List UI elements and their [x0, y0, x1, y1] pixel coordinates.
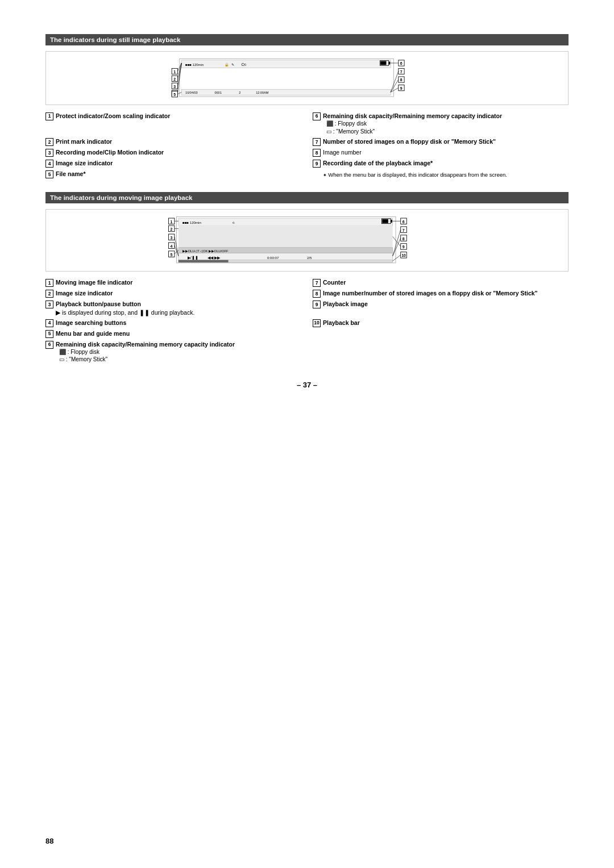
svg-rect-55 — [179, 260, 229, 262]
moving-image-section: The indicators during moving image playb… — [45, 192, 569, 364]
svg-rect-25 — [181, 89, 391, 95]
still-annotation-1: 1 Protect indicator/Zoom scaling indicat… — [45, 112, 301, 135]
svg-text:8: 8 — [403, 237, 405, 241]
moving-annotation-1: 1 Moving image file indicator — [45, 278, 301, 287]
still-footnote: When the menu bar is displayed, this ind… — [323, 171, 569, 178]
moving-diagram: ■■■ 120min ⎋ ▶/❚❚ ◀◀ ▶▶ 0:00:07 2/5 — [45, 209, 569, 272]
svg-text:8: 8 — [400, 78, 403, 82]
moving-annotation-5: 5 Menu bar and guide menu — [45, 329, 301, 338]
moving-annotation-9: 9 Playback image — [313, 300, 569, 316]
page-number-bottom: – 37 – — [45, 381, 569, 389]
svg-text:12:00AM: 12:00AM — [256, 91, 269, 94]
still-annotation-5: 5 File name* — [45, 170, 301, 178]
svg-text:◀◀  ▶▶: ◀◀ ▶▶ — [208, 256, 221, 260]
moving-diagram-svg: ■■■ 120min ⎋ ▶/❚❚ ◀◀ ▶▶ 0:00:07 2/5 — [51, 214, 563, 266]
svg-text:7: 7 — [400, 70, 403, 74]
svg-text:▶/❚❚: ▶/❚❚ — [188, 256, 198, 260]
svg-rect-1 — [181, 60, 391, 68]
still-annotation-3: 3 Recording mode/Clip Motion indicator — [45, 148, 301, 157]
moving-annotation-7: 7 Counter — [313, 278, 569, 287]
svg-text:5: 5 — [170, 253, 172, 257]
still-image-section: The indicators during still image playba… — [45, 34, 569, 178]
svg-text:6: 6 — [400, 61, 403, 65]
svg-text:9: 9 — [400, 86, 403, 90]
moving-annotation-6-placeholder — [313, 329, 569, 338]
moving-annotation-2: 2 Image size indicator — [45, 289, 301, 298]
svg-text:▶▶DLU◁T  ◁OK  ▶▶DLU/OFF: ▶▶DLU◁T ◁OK ▶▶DLU/OFF — [182, 249, 229, 253]
svg-text:■■■ 120min: ■■■ 120min — [182, 220, 201, 224]
still-annotation-7: 7 Number of stored images on a floppy di… — [313, 137, 569, 146]
svg-text:10: 10 — [401, 254, 406, 258]
svg-text:7: 7 — [403, 228, 405, 232]
page-label: 88 — [45, 837, 53, 845]
still-annotation-2: 2 Print mark indicator — [45, 137, 301, 146]
svg-text:✎: ✎ — [231, 63, 234, 66]
svg-rect-4 — [389, 61, 391, 64]
still-diagram: ■■■ 120min 🔒 ✎ C⎋ 1 2 3 4 6 — [45, 51, 569, 105]
moving-section-header: The indicators during moving image playb… — [45, 192, 569, 203]
still-section-header: The indicators during still image playba… — [45, 34, 569, 45]
svg-rect-46 — [382, 219, 388, 223]
moving-annotation-6: 6 Remaining disk capacity/Remaining memo… — [45, 340, 301, 364]
moving-annotations: 1 Moving image file indicator 7 Counter … — [45, 278, 569, 364]
svg-text:🔒: 🔒 — [225, 62, 229, 67]
svg-text:2/5: 2/5 — [307, 256, 312, 260]
svg-text:C⎋: C⎋ — [242, 62, 247, 66]
svg-rect-42 — [179, 218, 393, 226]
svg-text:10/04/03: 10/04/03 — [185, 91, 198, 94]
svg-text:9: 9 — [403, 245, 405, 249]
svg-text:6: 6 — [403, 220, 405, 224]
svg-text:3: 3 — [173, 85, 176, 89]
svg-text:2: 2 — [170, 227, 172, 231]
svg-rect-47 — [391, 220, 392, 223]
still-annotations: 1 Protect indicator/Zoom scaling indicat… — [45, 112, 569, 178]
moving-annotation-10: 10 Playback bar — [313, 319, 569, 327]
svg-text:2: 2 — [173, 77, 176, 81]
svg-text:⎋: ⎋ — [233, 220, 235, 224]
svg-text:3: 3 — [170, 236, 172, 240]
svg-text:0001: 0001 — [214, 91, 221, 94]
moving-annotation-4: 4 Image searching buttons — [45, 319, 301, 327]
still-annotation-8: 8 Image number — [313, 148, 569, 157]
page-content: The indicators during still image playba… — [45, 34, 569, 389]
svg-rect-3 — [380, 61, 386, 65]
svg-text:0:00:07: 0:00:07 — [267, 256, 279, 260]
svg-text:1: 1 — [170, 220, 172, 224]
still-annotation-4: 4 Image size indicator — [45, 159, 301, 168]
moving-annotation-3: 3 Playback button/pause button ▶ is disp… — [45, 300, 301, 316]
svg-text:5: 5 — [173, 93, 176, 97]
svg-text:1: 1 — [173, 70, 176, 74]
moving-annotation-8: 8 Image number/number of stored images o… — [313, 289, 569, 298]
still-diagram-svg: ■■■ 120min 🔒 ✎ C⎋ 1 2 3 4 6 — [51, 56, 563, 100]
svg-text:4: 4 — [170, 244, 172, 248]
still-annotation-6: 6 Remaining disk capacity/Remaining memo… — [313, 112, 569, 135]
page-number: – 37 – — [297, 381, 317, 389]
still-footnote-col: When the menu bar is displayed, this ind… — [313, 170, 569, 178]
svg-text:■■■ 120min: ■■■ 120min — [185, 63, 204, 66]
svg-text:2: 2 — [239, 91, 240, 94]
still-annotation-9: 9 Recording date of the playback image* — [313, 159, 569, 168]
